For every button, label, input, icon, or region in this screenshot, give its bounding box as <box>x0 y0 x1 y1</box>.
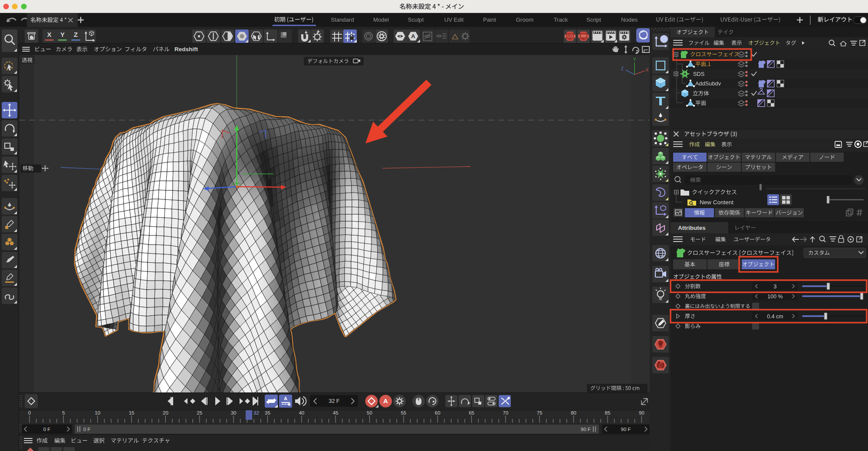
svg-text:90 F: 90 F <box>621 427 631 432</box>
svg-text:85: 85 <box>605 410 611 415</box>
svg-text:15: 15 <box>129 410 135 415</box>
svg-text:60: 60 <box>435 410 441 415</box>
svg-text:20: 20 <box>163 410 168 415</box>
svg-text:45: 45 <box>333 410 339 415</box>
svg-text:100 %: 100 % <box>767 294 783 300</box>
svg-text:Y: Y <box>60 31 65 38</box>
svg-text:50: 50 <box>367 410 372 415</box>
svg-text:10: 10 <box>95 410 100 415</box>
svg-text:Track: Track <box>554 16 568 23</box>
svg-text:70: 70 <box>503 410 509 415</box>
svg-text:32 F: 32 F <box>329 398 339 404</box>
svg-text:Standard: Standard <box>331 16 354 23</box>
svg-text:40: 40 <box>299 410 304 415</box>
svg-text:RV: RV <box>568 34 572 38</box>
svg-text:X: X <box>47 31 51 38</box>
svg-text:35: 35 <box>265 410 270 415</box>
svg-text:A: A <box>411 33 415 39</box>
svg-text:Model: Model <box>373 16 389 23</box>
svg-text:Sculpt: Sculpt <box>408 16 424 23</box>
svg-text:Z: Z <box>621 66 624 71</box>
svg-text:25: 25 <box>197 410 202 415</box>
svg-text:Nodes: Nodes <box>621 16 638 23</box>
svg-text:Script: Script <box>586 16 601 23</box>
svg-text:0 F: 0 F <box>43 427 51 432</box>
svg-text:Attributes: Attributes <box>678 225 706 231</box>
svg-text:A: A <box>383 397 388 405</box>
svg-text:3: 3 <box>774 284 777 290</box>
svg-text:UV Edit: UV Edit <box>444 16 464 23</box>
svg-text:Paint: Paint <box>483 16 496 23</box>
svg-text:90 F: 90 F <box>581 427 591 432</box>
svg-text:32: 32 <box>253 410 259 415</box>
svg-text:65: 65 <box>469 410 474 415</box>
svg-text:Z: Z <box>74 31 78 38</box>
svg-text:90: 90 <box>639 410 644 415</box>
svg-text:A: A <box>284 396 287 401</box>
svg-text:Redshift: Redshift <box>174 46 198 52</box>
svg-text:SDS: SDS <box>693 71 704 77</box>
svg-text:0.4 cm: 0.4 cm <box>767 314 783 320</box>
svg-text:55: 55 <box>401 410 406 415</box>
svg-text:75: 75 <box>537 410 542 415</box>
svg-text:Groom: Groom <box>516 16 533 23</box>
svg-text:5: 5 <box>62 410 65 415</box>
svg-text:0 F: 0 F <box>83 427 91 432</box>
svg-text:AddSubdv: AddSubdv <box>695 80 721 87</box>
svg-text:30: 30 <box>231 410 237 415</box>
svg-text:0: 0 <box>28 410 31 415</box>
svg-text:Y: Y <box>633 57 636 62</box>
svg-text:New Content: New Content <box>700 199 733 206</box>
svg-text:X: X <box>645 67 648 72</box>
svg-text:80: 80 <box>571 410 576 415</box>
